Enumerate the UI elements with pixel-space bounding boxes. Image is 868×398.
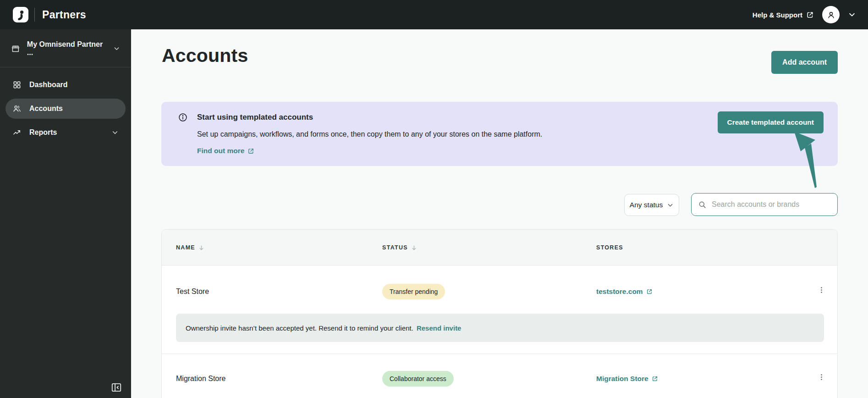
search-input[interactable] — [712, 200, 831, 209]
brand-divider — [34, 8, 35, 22]
store-link[interactable]: Migration Store — [596, 375, 658, 383]
person-icon — [826, 10, 836, 20]
row-actions-menu[interactable] — [816, 285, 826, 295]
resend-invite-link[interactable]: Resend invite — [417, 324, 461, 332]
sidebar-item-accounts[interactable]: Accounts — [5, 99, 126, 119]
sidebar-item-label: Accounts — [29, 105, 63, 113]
chevron-down-icon — [667, 202, 674, 209]
sort-down-icon — [198, 244, 205, 251]
sidebar-item-label: Dashboard — [29, 81, 68, 89]
trend-up-icon — [12, 128, 22, 137]
sidebar-item-reports[interactable]: Reports — [5, 122, 126, 143]
workspace-name: My Omnisend Partner ... — [27, 40, 106, 57]
kebab-menu-icon — [818, 373, 825, 381]
external-link-icon — [806, 11, 814, 19]
collapse-sidebar-icon — [110, 381, 122, 393]
status-filter-dropdown[interactable]: Any status — [624, 194, 679, 216]
status-badge: Collaborator access — [382, 371, 454, 387]
brand-title: Partners — [42, 9, 86, 21]
search-box — [691, 193, 838, 216]
column-header-name[interactable]: NAME — [176, 230, 205, 265]
find-out-more-label: Find out more — [197, 147, 244, 155]
account-name: Migration Store — [176, 375, 226, 383]
dashboard-grid-icon — [12, 80, 22, 89]
ownership-invite-notice: Ownership invite hasn’t been accepted ye… — [176, 314, 824, 342]
user-avatar[interactable] — [822, 6, 840, 23]
chevron-down-icon — [113, 45, 120, 52]
banner-title: Start using templated accounts — [197, 113, 313, 122]
column-label: STATUS — [382, 244, 408, 251]
help-support-label: Help & Support — [753, 11, 802, 19]
users-icon — [12, 104, 22, 113]
kebab-menu-icon — [818, 286, 825, 294]
table-header: NAME STATUS STORES — [162, 230, 837, 265]
store-link[interactable]: teststore.com — [596, 287, 653, 296]
column-header-stores: STORES — [596, 230, 623, 265]
sort-down-icon — [411, 244, 418, 251]
row-divider — [162, 354, 837, 354]
add-account-button[interactable]: Add account — [771, 51, 838, 74]
external-link-icon — [646, 288, 653, 295]
search-icon — [698, 200, 707, 209]
account-name: Test Store — [176, 287, 209, 296]
store-link-label: Migration Store — [596, 375, 648, 383]
column-header-status[interactable]: STATUS — [382, 230, 418, 265]
notice-text: Ownership invite hasn’t been accepted ye… — [186, 324, 413, 332]
info-icon — [178, 112, 188, 122]
sidebar-divider — [0, 67, 131, 67]
page-title: Accounts — [162, 45, 248, 66]
omnisend-logo-icon — [15, 9, 26, 20]
main-content: Accounts Add account Start using templat… — [131, 29, 868, 398]
sidebar-item-label: Reports — [29, 128, 57, 137]
templated-accounts-banner: Start using templated accounts Set up ca… — [161, 102, 838, 166]
accounts-table: NAME STATUS STORES Test Store Transfer p… — [161, 229, 838, 398]
banner-description: Set up campaigns, workflows, and forms o… — [197, 130, 542, 138]
external-link-icon — [652, 376, 658, 382]
sidebar: My Omnisend Partner ... Dashboard Accoun… — [0, 29, 131, 398]
find-out-more-link[interactable]: Find out more — [197, 147, 254, 155]
external-link-icon — [247, 148, 254, 155]
store-link-label: teststore.com — [596, 287, 643, 296]
column-label: STORES — [596, 244, 623, 251]
row-actions-menu[interactable] — [816, 372, 826, 382]
storefront-icon — [11, 44, 20, 54]
status-filter-value: Any status — [630, 201, 663, 209]
chevron-down-icon — [111, 129, 119, 136]
status-badge: Transfer pending — [382, 284, 445, 299]
workspace-switcher[interactable]: My Omnisend Partner ... — [6, 37, 125, 61]
omnisend-logo[interactable] — [13, 7, 28, 22]
help-support-link[interactable]: Help & Support — [753, 11, 814, 19]
sidebar-item-dashboard[interactable]: Dashboard — [5, 75, 126, 95]
account-menu-chevron-icon[interactable] — [848, 11, 856, 19]
create-templated-account-button[interactable]: Create templated account — [718, 111, 824, 133]
topbar: Partners Help & Support — [0, 0, 868, 29]
collapse-sidebar-button[interactable] — [110, 381, 122, 393]
column-label: NAME — [176, 244, 195, 251]
